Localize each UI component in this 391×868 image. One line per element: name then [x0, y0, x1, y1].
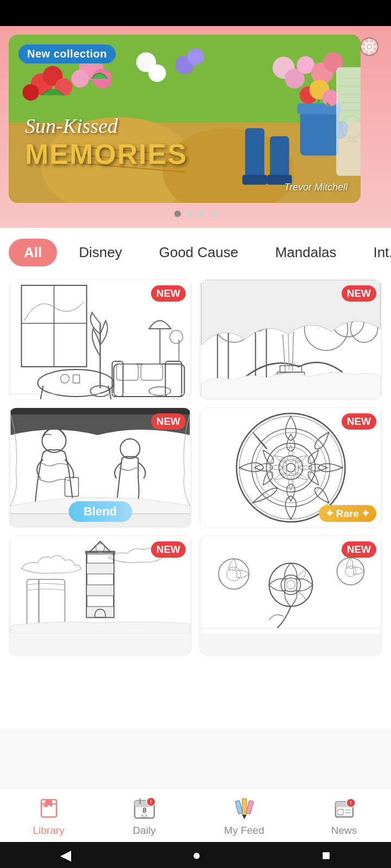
nav-item-library[interactable]: Library	[33, 794, 65, 837]
svg-line-42	[308, 104, 310, 104]
daily-label: Daily	[133, 825, 155, 837]
svg-point-29	[148, 65, 166, 82]
settings-icon	[360, 37, 379, 59]
grid-item-6-image: NEW	[200, 536, 382, 655]
svg-text:!: !	[350, 800, 351, 806]
svg-rect-111	[87, 607, 114, 617]
carousel-dot-4[interactable]	[210, 210, 217, 217]
grid-item-5[interactable]: NEW	[9, 535, 192, 656]
carousel-dot-2[interactable]	[186, 210, 193, 217]
svg-rect-143	[338, 809, 343, 815]
svg-rect-18	[270, 136, 289, 177]
banner-carousel[interactable]: New collection Sun-Kissed MEMORIES Trevo…	[9, 35, 361, 203]
content-grid: NEW	[0, 275, 391, 729]
news-icon: !	[330, 794, 358, 822]
badge-new-5: NEW	[151, 541, 186, 558]
svg-rect-38	[298, 104, 342, 114]
library-label: Library	[33, 825, 65, 837]
badge-rare: ✦ Rare ✦	[319, 505, 376, 522]
grid-item-4[interactable]: NEW ✦ Rare ✦	[199, 407, 382, 528]
android-recent-button[interactable]: ■	[311, 843, 342, 868]
filter-tab-mandalas[interactable]: Mandalas	[260, 239, 352, 266]
bottom-navigation: Library 8 JUL ! Daily	[0, 788, 391, 842]
carousel-dots	[9, 210, 382, 217]
grid-row-2: NEW Blend	[9, 407, 382, 528]
grid-row-3: NEW	[9, 535, 382, 656]
banner-new-collection-badge: New collection	[18, 44, 116, 63]
grid-item-3-image: NEW Blend	[9, 408, 191, 527]
filter-tab-good-cause[interactable]: Good Cause	[144, 239, 254, 266]
banner-title: Sun-Kissed MEMORIES	[25, 114, 187, 170]
badge-new-3: NEW	[151, 413, 186, 430]
rare-label: Rare	[336, 508, 359, 520]
filter-tab-disney[interactable]: Disney	[64, 239, 137, 266]
grid-item-1[interactable]: NEW	[9, 279, 192, 400]
banner-next-peek	[336, 67, 361, 176]
android-home-button[interactable]: ●	[181, 843, 212, 868]
svg-rect-19	[242, 175, 267, 184]
filter-tab-int[interactable]: Int...	[358, 239, 391, 266]
badge-new-6: NEW	[342, 541, 376, 558]
nav-item-daily[interactable]: 8 JUL ! Daily	[130, 794, 159, 837]
filter-tab-all[interactable]: All	[9, 239, 57, 266]
svg-point-27	[71, 70, 89, 87]
grid-item-5-image: NEW	[9, 536, 191, 655]
header-area: New collection Sun-Kissed MEMORIES Trevo…	[0, 26, 391, 228]
badge-blend: Blend	[68, 501, 132, 522]
grid-item-4-image: NEW ✦ Rare ✦	[200, 408, 382, 527]
grid-item-3[interactable]: NEW Blend	[9, 407, 192, 528]
svg-rect-110	[87, 585, 114, 596]
svg-rect-109	[87, 563, 114, 574]
nav-item-myfeed[interactable]: My Feed	[224, 794, 264, 837]
grid-row-1: NEW	[9, 279, 382, 400]
svg-rect-45	[336, 67, 361, 176]
svg-text:JUL: JUL	[140, 813, 149, 819]
news-label: News	[331, 825, 357, 837]
badge-new-1: NEW	[151, 285, 186, 302]
android-back-button[interactable]: ◀	[49, 843, 82, 868]
banner-title-line1: Sun-Kissed	[25, 114, 187, 138]
grid-item-2-image: NEW	[200, 280, 382, 399]
library-icon	[35, 794, 63, 822]
rare-star-icon: ✦	[325, 507, 334, 520]
filter-tabs: All Disney Good Cause Mandalas Int...	[0, 228, 391, 275]
android-navigation-bar: ◀ ● ■	[0, 842, 391, 868]
svg-point-1	[368, 45, 371, 48]
svg-rect-139	[235, 800, 243, 814]
badge-new-4: NEW	[342, 413, 376, 430]
svg-point-24	[22, 84, 39, 100]
banner-image: New collection Sun-Kissed MEMORIES Trevo…	[9, 35, 361, 203]
carousel-dot-1[interactable]	[174, 210, 181, 217]
svg-rect-140	[246, 800, 254, 814]
svg-text:!: !	[150, 799, 152, 805]
rare-star-icon-2: ✦	[361, 507, 370, 520]
svg-marker-138	[242, 815, 247, 819]
daily-icon: 8 JUL !	[130, 794, 159, 822]
myfeed-label: My Feed	[224, 825, 264, 837]
banner-title-line2: MEMORIES	[25, 138, 187, 170]
grid-item-1-image: NEW	[9, 280, 191, 399]
myfeed-icon	[230, 794, 258, 822]
grid-item-2[interactable]: NEW	[199, 279, 382, 400]
status-bar	[0, 0, 391, 26]
banner-author: Trevor Mitchell	[284, 182, 348, 193]
nav-item-news[interactable]: ! News	[330, 794, 358, 837]
badge-new-2: NEW	[342, 285, 376, 302]
svg-point-31	[187, 48, 204, 65]
carousel-dot-3[interactable]	[198, 210, 205, 217]
grid-item-6[interactable]: NEW	[199, 535, 382, 656]
svg-rect-17	[245, 128, 264, 177]
